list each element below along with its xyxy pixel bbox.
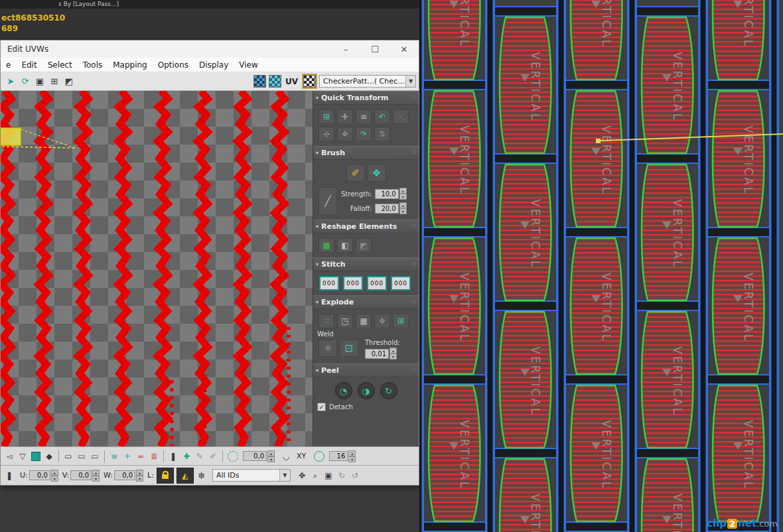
- grow-loop-icon[interactable]: ≡: [108, 450, 120, 463]
- grid-select-icon[interactable]: ⊞: [48, 75, 61, 88]
- align-h-icon[interactable]: ⊹: [319, 127, 334, 141]
- shrink-sel-icon[interactable]: =: [135, 450, 147, 463]
- distribute-icon[interactable]: ⋱: [393, 109, 409, 124]
- menu-select[interactable]: Select: [42, 60, 78, 70]
- facade-panel[interactable]: [500, 312, 551, 448]
- bar2-icon[interactable]: ❚: [3, 469, 15, 482]
- rollout-arrow-icon[interactable]: ▾: [316, 95, 319, 101]
- strength-spinner[interactable]: 10,0 ▴ ▾: [375, 188, 407, 200]
- snap-grid-icon[interactable]: [314, 451, 324, 462]
- paint-move-brush-icon[interactable]: ✐: [346, 165, 365, 182]
- rotate-icon[interactable]: ⟳: [19, 75, 32, 88]
- facade-panel[interactable]: [642, 165, 693, 300]
- spin-down-icon[interactable]: ▾: [136, 476, 143, 482]
- u-value[interactable]: 0,0: [29, 470, 50, 480]
- facade-panel[interactable]: [571, 385, 622, 521]
- checker-toggle-icon[interactable]: [253, 75, 266, 88]
- manipulator-handle[interactable]: [596, 139, 601, 143]
- linear-align-icon[interactable]: ❖: [337, 127, 353, 141]
- stitch-average-icon[interactable]: 000: [367, 276, 387, 291]
- facade-panel[interactable]: [500, 459, 551, 532]
- maximize-button[interactable]: ☐: [360, 40, 390, 58]
- spin-down-icon[interactable]: ▾: [399, 208, 407, 214]
- rollout-reshape-elements[interactable]: ▾ Reshape Elements ⠿: [313, 220, 419, 233]
- uv-shell[interactable]: [238, 91, 248, 446]
- align-grid-icon[interactable]: ⊞: [319, 109, 334, 124]
- space-lines-icon[interactable]: ≡: [356, 109, 372, 124]
- facade-panel[interactable]: [642, 312, 693, 448]
- spin-up-icon[interactable]: ▴: [92, 470, 100, 476]
- rotate-angle-spinner[interactable]: 0,0 ▴ ▾: [243, 450, 275, 462]
- menu-display[interactable]: Display: [194, 60, 234, 70]
- facade-panel[interactable]: [429, 385, 480, 521]
- grid-size-value[interactable]: 16: [329, 451, 348, 461]
- facade-panel[interactable]: [571, 0, 622, 80]
- facade-panel[interactable]: [642, 459, 693, 532]
- peel-mode-icon[interactable]: ◑: [358, 382, 375, 399]
- menu-mapping[interactable]: Mapping: [107, 60, 153, 70]
- rotate-angle-value[interactable]: 0,0: [243, 451, 267, 461]
- spin-down-icon[interactable]: ▾: [399, 194, 407, 200]
- uv-canvas[interactable]: [1, 91, 313, 446]
- relax-cube-icon[interactable]: ◧: [337, 238, 353, 253]
- threshold-value[interactable]: 0,01: [365, 349, 389, 359]
- explode-teal-icon[interactable]: ⊞: [393, 314, 409, 328]
- v-spinner[interactable]: 0,0 ▴ ▾: [70, 470, 100, 482]
- bar-icon[interactable]: ❚: [167, 450, 179, 463]
- spinner-arrows[interactable]: ▴ ▾: [92, 470, 100, 482]
- grow-sel-icon[interactable]: +: [121, 450, 133, 463]
- threshold-spinner[interactable]: 0,01 ▴ ▾: [365, 348, 400, 360]
- ring-sel-icon[interactable]: ≣: [148, 450, 160, 463]
- falloff-curve-icon[interactable]: ╱: [319, 187, 337, 215]
- zoom-region-icon[interactable]: ▣: [322, 469, 334, 482]
- map-selector-dropdown[interactable]: CheckerPatt...( Checker ) ▼: [319, 75, 416, 88]
- weld-selected-icon[interactable]: ✳: [319, 340, 337, 357]
- titlebar[interactable]: Edit UVWs – ☐ ✕: [1, 40, 419, 58]
- marquee-icon[interactable]: ▣: [33, 75, 46, 88]
- soft-selection-icon[interactable]: [228, 451, 238, 462]
- rollout-arrow-icon[interactable]: ▾: [316, 367, 319, 373]
- spin-down-icon[interactable]: ▾: [92, 476, 100, 482]
- strength-value[interactable]: 10,0: [375, 189, 399, 199]
- spin-up-icon[interactable]: ▴: [348, 450, 356, 456]
- explode-checker-icon[interactable]: ❖: [374, 314, 390, 328]
- spin-up-icon[interactable]: ▴: [399, 202, 407, 208]
- rotate-view-ccw-icon[interactable]: ↺: [349, 469, 361, 482]
- chevron-down-icon[interactable]: ▼: [279, 470, 290, 481]
- checker-map-icon[interactable]: [303, 75, 316, 88]
- spinner-arrows[interactable]: ▴ ▾: [348, 450, 356, 462]
- spin-up-icon[interactable]: ▴: [399, 188, 407, 194]
- pen-icon[interactable]: ✐: [207, 450, 219, 463]
- rollout-peel[interactable]: ▾ Peel ⠿: [313, 364, 419, 377]
- uv-shell[interactable]: [275, 91, 285, 446]
- quick-peel-icon[interactable]: ◔: [335, 382, 352, 399]
- uv-shell[interactable]: [198, 91, 208, 446]
- spin-up-icon[interactable]: ▴: [267, 450, 275, 456]
- explode-grid-icon[interactable]: ▦: [356, 314, 372, 328]
- spinner-arrows[interactable]: ▴ ▾: [399, 202, 407, 214]
- menu-edit[interactable]: Edit: [16, 60, 42, 70]
- facade-panel[interactable]: [642, 17, 693, 153]
- minimize-button[interactable]: –: [331, 40, 360, 58]
- spin-down-icon[interactable]: ▾: [390, 354, 397, 360]
- rollout-brush[interactable]: ▾ Brush ⠿: [313, 146, 419, 160]
- relax-brush-icon[interactable]: ❖: [368, 165, 386, 182]
- facade-panel[interactable]: [713, 91, 764, 227]
- lock-selection-button[interactable]: [157, 468, 174, 484]
- grid-size-spinner[interactable]: 16 ▴ ▾: [329, 450, 356, 462]
- space-v-icon[interactable]: ⇅: [374, 127, 390, 141]
- spin-down-icon[interactable]: ▾: [348, 456, 356, 462]
- break-icon[interactable]: ∷: [319, 314, 334, 328]
- spinner-arrows[interactable]: ▴ ▾: [136, 470, 143, 482]
- rollout-arrow-icon[interactable]: ▾: [316, 299, 319, 305]
- spinner-arrows[interactable]: ▴ ▾: [399, 188, 407, 200]
- facade-panel[interactable]: [429, 0, 480, 80]
- menu-view[interactable]: View: [234, 60, 263, 70]
- rollout-arrow-icon[interactable]: ▾: [316, 150, 319, 156]
- facade-panel[interactable]: [571, 238, 622, 374]
- select-box3-icon[interactable]: ▭: [89, 450, 101, 463]
- spin-down-icon[interactable]: ▾: [51, 476, 58, 482]
- pencil-icon[interactable]: ✎: [194, 450, 206, 463]
- uv-shell[interactable]: [38, 91, 48, 446]
- move-icon[interactable]: ➤: [4, 75, 17, 88]
